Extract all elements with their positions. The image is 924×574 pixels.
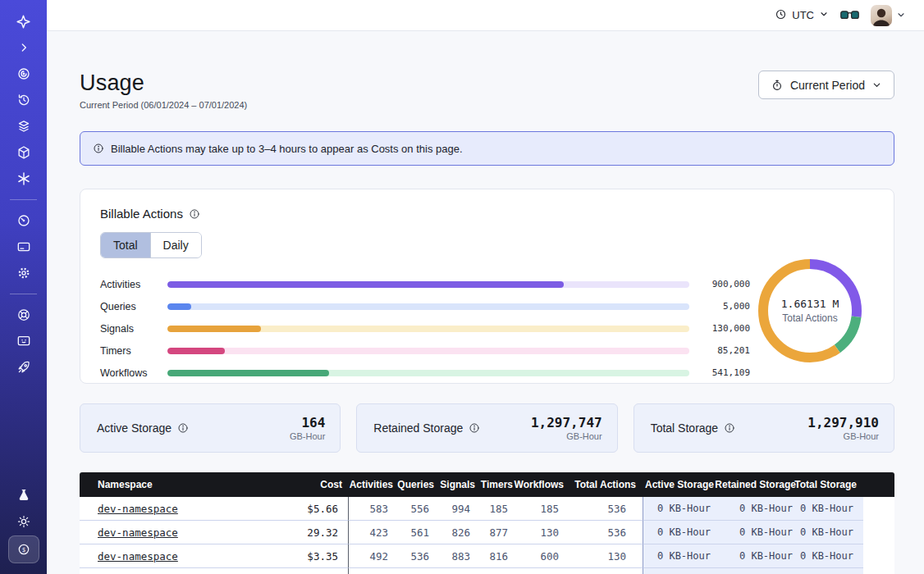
namespaces-spiral-icon[interactable] xyxy=(8,61,39,86)
billable-bar-chart: Activities 900,000 Queries 5,000 Signals… xyxy=(100,273,750,384)
table-cell: dev-namespace xyxy=(80,544,277,568)
bar-fill xyxy=(167,281,564,288)
billable-bar-row: Timers 85,201 xyxy=(100,339,750,362)
billable-bar-row: Queries 5,000 xyxy=(100,295,750,317)
info-icon[interactable] xyxy=(177,422,189,434)
bar-value: 541,109 xyxy=(701,367,750,378)
table-cell-empty xyxy=(80,568,277,574)
billable-bar-row: Workflows 541,109 xyxy=(100,362,750,384)
bar-category-label: Workflows xyxy=(100,367,154,379)
table-cell: dev-namespace xyxy=(80,521,277,544)
expand-sidebar-chevron-icon[interactable] xyxy=(8,35,39,60)
table-cell-empty xyxy=(519,568,570,574)
table-header-cell: Total Actions xyxy=(570,472,643,497)
rocket-icon[interactable] xyxy=(8,355,39,380)
table-cell: 536 xyxy=(570,497,643,521)
namespace-link[interactable]: dev-namespace xyxy=(98,550,178,563)
storage-card-value: 1,297,747 xyxy=(531,415,602,430)
clock-icon xyxy=(775,8,787,23)
table-cell: 994 xyxy=(441,497,482,521)
table-cell-empty xyxy=(349,568,400,574)
sidebar: $ xyxy=(0,0,47,574)
layers-icon[interactable] xyxy=(8,114,39,139)
storage-summary-row: Active Storage 164 GB-Hour Retained Stor… xyxy=(80,403,894,453)
table-cell: dev-namespace xyxy=(80,497,277,521)
banner-text: Billable Actions may take up to 3–4 hour… xyxy=(111,143,463,155)
bar-value: 5,000 xyxy=(701,301,750,312)
tab-daily[interactable]: Daily xyxy=(150,233,201,257)
storage-card-label: Retained Storage xyxy=(373,421,463,435)
table-cell-empty xyxy=(441,568,482,574)
table-cell-empty xyxy=(277,568,349,574)
info-banner: Billable Actions may take up to 3–4 hour… xyxy=(80,131,894,166)
table-cell: 130 xyxy=(519,521,570,544)
temporal-logo-icon[interactable] xyxy=(8,9,39,34)
table-cell: 556 xyxy=(400,497,441,521)
page-title: Usage xyxy=(80,71,247,95)
billable-actions-card: Billable Actions Total Daily Activities … xyxy=(80,189,894,384)
history-clock-icon[interactable] xyxy=(8,88,39,112)
table-cell: 583 xyxy=(349,497,400,521)
bar-track xyxy=(167,281,689,288)
table-cell: 0 KB-Hour xyxy=(720,544,803,568)
table-cell: 0 KB-Hour xyxy=(643,544,720,568)
storage-card: Retained Storage 1,297,747 GB-Hour xyxy=(356,403,617,453)
table-cell: 0 KB-Hour xyxy=(720,497,803,521)
storage-card: Active Storage 164 GB-Hour xyxy=(80,403,341,453)
tab-total[interactable]: Total xyxy=(101,233,150,257)
table-cell: 0 KB-Hour xyxy=(643,497,720,521)
usage-dollar-icon[interactable]: $ xyxy=(8,535,39,563)
main-content: Usage Current Period (06/01/2024 – 07/01… xyxy=(47,31,924,574)
lab-flask-icon[interactable] xyxy=(8,483,39,508)
billable-actions-title: Billable Actions xyxy=(100,207,183,221)
sidebar-divider xyxy=(10,199,37,200)
table-row: dev-namespace29.324235618268771305360 KB… xyxy=(80,521,894,544)
table-cell: 0 KB-Hour xyxy=(720,521,803,544)
storage-card-unit: GB-Hour xyxy=(290,431,325,441)
table-cell: $5.66 xyxy=(277,497,349,521)
timezone-selector[interactable]: UTC xyxy=(775,8,829,23)
current-period-subtitle: Current Period (06/01/2024 – 07/01/2024) xyxy=(80,100,247,110)
cube-icon[interactable] xyxy=(8,140,39,165)
table-cell: 561 xyxy=(400,521,441,544)
storage-card-value: 1,297,910 xyxy=(807,415,879,430)
bar-value: 130,000 xyxy=(701,323,750,334)
table-header-cell: Total Storage xyxy=(803,472,863,497)
info-icon[interactable] xyxy=(189,208,200,220)
asterisk-icon[interactable] xyxy=(8,166,39,191)
table-cell: 536 xyxy=(400,544,441,568)
period-selector-button[interactable]: Current Period xyxy=(758,71,894,99)
support-monitor-icon[interactable] xyxy=(8,329,39,353)
sun-theme-icon[interactable] xyxy=(8,509,39,534)
bar-category-label: Timers xyxy=(100,345,154,357)
namespace-link[interactable]: dev-namespace xyxy=(98,503,178,515)
storage-card-label: Total Storage xyxy=(651,421,719,435)
bar-category-label: Signals xyxy=(100,323,154,335)
gauge-icon[interactable] xyxy=(8,208,39,233)
table-cell-empty xyxy=(720,568,803,574)
table-cell-empty xyxy=(570,568,643,574)
info-icon[interactable] xyxy=(469,422,480,434)
gear-icon[interactable] xyxy=(8,261,39,285)
billing-card-icon[interactable] xyxy=(8,235,39,259)
table-header-row: NamespaceCostActivitiesQueriesSignalsTim… xyxy=(80,472,894,497)
feedback-glasses-icon[interactable] xyxy=(840,10,859,20)
bar-fill xyxy=(167,326,261,332)
info-icon[interactable] xyxy=(724,422,735,434)
table-cell: 883 xyxy=(441,544,482,568)
topbar: UTC xyxy=(47,0,924,31)
table-row: dev-namespace$5.665835569941851855360 KB… xyxy=(80,497,894,521)
timezone-label: UTC xyxy=(792,9,814,21)
total-daily-toggle: Total Daily xyxy=(100,232,202,258)
storage-card-unit: GB-Hour xyxy=(807,431,879,441)
namespace-usage-table: NamespaceCostActivitiesQueriesSignalsTim… xyxy=(80,472,894,574)
bar-fill xyxy=(167,303,191,310)
table-header-cell: Signals xyxy=(441,472,482,497)
lifebuoy-icon[interactable] xyxy=(8,303,39,327)
period-button-label: Current Period xyxy=(790,79,865,92)
bar-track xyxy=(167,370,689,376)
table-row-partial xyxy=(80,568,894,574)
user-menu[interactable] xyxy=(871,5,906,26)
bar-track xyxy=(167,326,689,332)
namespace-link[interactable]: dev-namespace xyxy=(98,526,178,539)
